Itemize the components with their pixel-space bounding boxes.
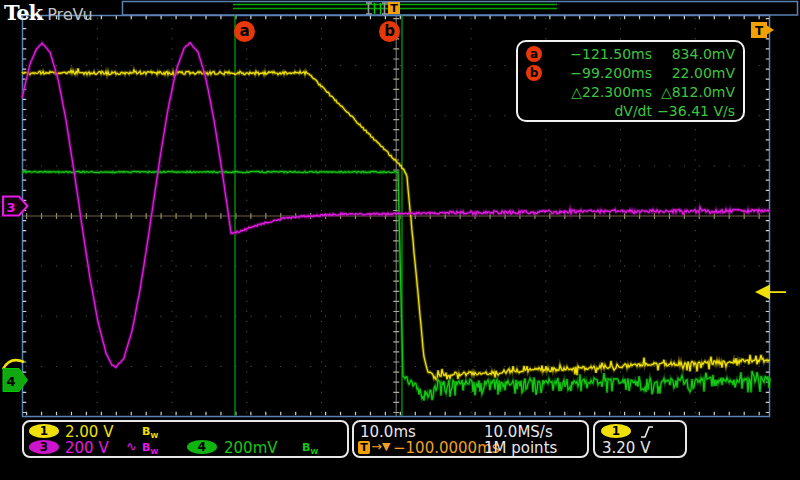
trigger-slope-icon	[639, 424, 655, 440]
acquisition-mode-label: PreVu	[47, 5, 92, 24]
cursor-a-time: −121.50ms	[550, 45, 652, 64]
trigger-level-value[interactable]: 3.20 V	[602, 439, 650, 457]
ch4-badge[interactable]: 4	[187, 440, 217, 454]
ch1-bandwidth-icon: BW	[142, 425, 158, 440]
trigger-position-letter: T	[390, 2, 398, 15]
record-length: 1M points	[484, 439, 557, 457]
cursor-readout-box: a −121.50ms 834.0mV b −99.200ms 22.00mV …	[516, 40, 745, 122]
cursor-b-time: −99.200ms	[550, 64, 652, 83]
ch1-badge[interactable]: 1	[29, 424, 59, 438]
cursor-delta-row: △22.300ms △812.0mV	[526, 83, 735, 102]
ch4-bandwidth-icon: BW	[302, 441, 318, 456]
cursor-a-row-badge: a	[526, 46, 542, 62]
cursor-b-value: 22.00mV	[652, 64, 735, 83]
ch3-bandwidth-icon: BW	[142, 441, 158, 456]
dvdt-label: dV/dt	[550, 102, 652, 121]
ch3-badge[interactable]: 3	[29, 440, 59, 454]
ch4-marker-label: 4	[6, 374, 15, 389]
tek-logo-text: Tek	[4, 0, 42, 25]
ch3-ac-coupling-icon: ∿	[126, 439, 137, 454]
trigger-delay-t-icon: T	[358, 441, 370, 454]
trigger-delay-arrow-icon: →	[371, 439, 382, 454]
ch3-marker-label: 3	[6, 200, 15, 215]
ch3-scale[interactable]: 200 V	[65, 439, 109, 457]
cursor-a-badge[interactable]: a	[234, 21, 255, 42]
aux-trigger-flag-letter: T	[755, 24, 764, 38]
trigger-delay-tri-icon: ▼	[382, 440, 390, 453]
ch1-position-marker[interactable]	[3, 360, 24, 369]
oscilloscope-screen: T	[0, 0, 800, 480]
trigger-status-box: 1 3.20 V	[593, 420, 687, 458]
dvdt-value: −36.41 V/s	[652, 102, 735, 121]
brand-logo: TekPreVu	[4, 0, 93, 25]
cursor-b-row: b −99.200ms 22.00mV	[526, 64, 735, 83]
cursor-delta-time: △22.300ms	[550, 83, 652, 102]
channel-scale-box: 1 2.00 V BW 3 200 V ∿ BW 4 200mV BW	[22, 420, 349, 458]
cursor-b-row-badge: b	[526, 65, 542, 81]
cursor-b-badge[interactable]: b	[379, 21, 400, 42]
horizontal-status-box: 10.0ms 10.0MS/s T → ▼ −100.0000ms 1M poi…	[352, 420, 589, 458]
cursor-slope-row: dV/dt −36.41 V/s	[526, 102, 735, 121]
ch4-scale[interactable]: 200mV	[224, 439, 278, 457]
cursor-delta-value: △812.0mV	[652, 83, 735, 102]
cursor-a-value: 834.0mV	[652, 45, 735, 64]
cursor-a-row: a −121.50ms 834.0mV	[526, 45, 735, 64]
trigger-source-badge[interactable]: 1	[601, 424, 631, 438]
